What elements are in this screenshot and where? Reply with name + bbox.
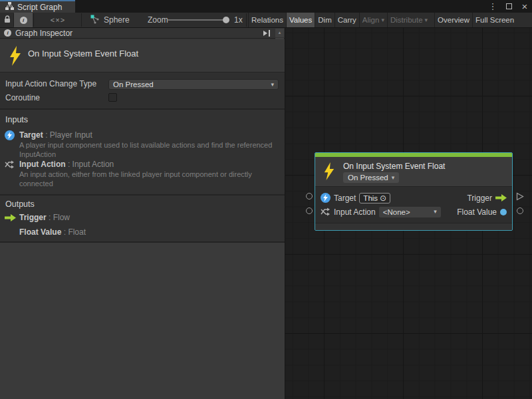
tab-bar: Script Graph ⋮ ×	[0, 0, 532, 13]
player-input-icon	[5, 130, 15, 140]
coroutine-checkbox[interactable]	[108, 93, 117, 102]
graph-breadcrumb[interactable]: Sphere	[90, 13, 130, 27]
port-type: Input Action	[72, 160, 114, 169]
values-button[interactable]: Values	[286, 13, 315, 27]
window-controls: ⋮ ×	[488, 0, 529, 13]
zoom-value: 1x	[234, 15, 243, 25]
flow-arrow-icon	[5, 214, 16, 223]
float-dot-icon	[500, 209, 507, 215]
tab-title: Script Graph	[17, 3, 62, 12]
trigger-port-label: Trigger	[467, 194, 492, 203]
float-value-output-port[interactable]	[517, 207, 523, 214]
zoom-slider-handle[interactable]	[223, 17, 229, 23]
graph-inspector-panel: i Graph Inspector ▲ ▼ On Input System Ev…	[0, 28, 285, 399]
player-input-icon	[321, 193, 331, 203]
target-value-chip[interactable]: This ⊙	[359, 193, 390, 203]
breadcrumb-label: Sphere	[104, 15, 130, 25]
event-bolt-icon	[9, 46, 22, 68]
node-body: Target This ⊙ Trigger Input Action	[315, 187, 512, 223]
event-node[interactable]: On Input System Event Float On Pressed ▾…	[315, 152, 513, 231]
inspector-node-title: On Input System Event Float	[28, 49, 138, 59]
lock-button[interactable]	[1, 13, 13, 27]
chevron-down-icon: ▾	[434, 209, 437, 215]
float-value-port-label: Float Value	[457, 207, 497, 217]
dim-button[interactable]: Dim	[315, 13, 334, 27]
overview-button[interactable]: Overview	[434, 13, 472, 27]
node-title-section: On Input System Event Float	[0, 39, 285, 72]
input-action-port-label: Input Action	[334, 207, 376, 217]
port-type: Flow	[53, 213, 70, 222]
outputs-header: Outputs	[5, 200, 35, 209]
scope-pick-icon: ⊙	[380, 194, 386, 202]
graph-canvas[interactable]: On Input System Event Float On Pressed ▾…	[285, 28, 532, 399]
port-type: Player Input	[50, 130, 92, 140]
window-menu-icon[interactable]: ⋮	[488, 1, 497, 12]
scroll-up-button[interactable]: ▲	[275, 29, 284, 37]
graph-inspector-header: i Graph Inspector ▲ ▼	[0, 28, 285, 39]
code-icon: <×>	[51, 16, 65, 24]
event-bolt-icon	[323, 162, 335, 182]
trigger-output-port[interactable]	[516, 192, 524, 203]
inputs-section: Inputs Target : Player Input A player in…	[0, 110, 285, 194]
code-preview-button[interactable]: <×>	[41, 13, 74, 27]
chevron-down-icon: ▾	[271, 82, 274, 88]
target-input-port[interactable]	[306, 193, 313, 200]
distribute-button[interactable]: Distribute▾	[387, 13, 430, 27]
maximize-icon[interactable]	[504, 1, 513, 12]
port-description: An input action, either from the linked …	[19, 170, 275, 188]
unity-script-graph-window: Script Graph ⋮ × i <×> Sphere Zoo	[0, 0, 532, 399]
graph-hierarchy-icon	[5, 2, 14, 13]
relations-button[interactable]: Relations	[248, 13, 286, 27]
chevron-down-icon: ▾	[392, 175, 395, 181]
outputs-section: Outputs Trigger : Flow Float Value : Flo…	[0, 196, 285, 241]
lock-icon	[4, 15, 11, 25]
inspector-toggle-button[interactable]: i	[14, 13, 33, 27]
node-title: On Input System Event Float	[343, 162, 445, 171]
graph-toolbar: i <×> Sphere Zoom 1x Relations Values Di…	[0, 13, 532, 28]
coroutine-label: Coroutine	[5, 93, 40, 102]
node-properties-section: Input Action Change Type On Pressed ▾ Co…	[0, 72, 285, 108]
chevron-down-icon: ▾	[381, 17, 384, 23]
node-row-inputaction-float: Input Action <None> ▾ Float Value	[315, 205, 512, 219]
carry-button[interactable]: Carry	[334, 13, 359, 27]
port-name: Target	[19, 130, 43, 140]
graph-inspector-title: Graph Inspector	[15, 29, 72, 38]
align-button[interactable]: Align▾	[359, 13, 387, 27]
zoom-slider[interactable]	[168, 19, 229, 21]
input-action-dropdown[interactable]: <None> ▾	[379, 207, 441, 217]
node-footer	[315, 223, 512, 230]
info-icon: i	[4, 29, 11, 37]
tab-script-graph[interactable]: Script Graph	[0, 0, 75, 13]
chevron-down-icon: ▾	[425, 17, 428, 23]
inputs-header: Inputs	[5, 115, 28, 124]
node-event-type-dropdown[interactable]: On Pressed ▾	[343, 172, 399, 183]
input-action-icon	[321, 207, 331, 217]
zoom-label: Zoom	[148, 15, 168, 25]
info-icon: i	[20, 17, 27, 24]
port-description: A player input component used to list av…	[19, 140, 275, 159]
script-machine-icon	[90, 15, 100, 26]
toolbar-right-buttons: Relations Values Dim Carry Align▾ Distri…	[248, 13, 532, 27]
input-action-input-port[interactable]	[306, 207, 313, 214]
node-header[interactable]: On Input System Event Float On Pressed ▾	[315, 157, 512, 186]
change-type-label: Input Action Change Type	[5, 79, 96, 88]
close-icon[interactable]: ×	[520, 1, 529, 12]
port-name: Input Action	[19, 160, 66, 169]
node-row-target-trigger: Target This ⊙ Trigger	[315, 191, 512, 205]
flow-arrow-icon	[495, 194, 507, 201]
inspector-empty-area	[0, 243, 285, 399]
port-name: Float Value	[19, 227, 61, 237]
full-screen-button[interactable]: Full Screen	[472, 13, 517, 27]
change-type-dropdown[interactable]: On Pressed ▾	[108, 79, 279, 90]
input-action-icon	[5, 160, 15, 172]
target-port-label: Target	[334, 194, 356, 203]
collapse-panel-icon[interactable]	[262, 29, 271, 37]
port-name: Trigger	[19, 213, 47, 222]
port-type: Float	[68, 227, 86, 237]
